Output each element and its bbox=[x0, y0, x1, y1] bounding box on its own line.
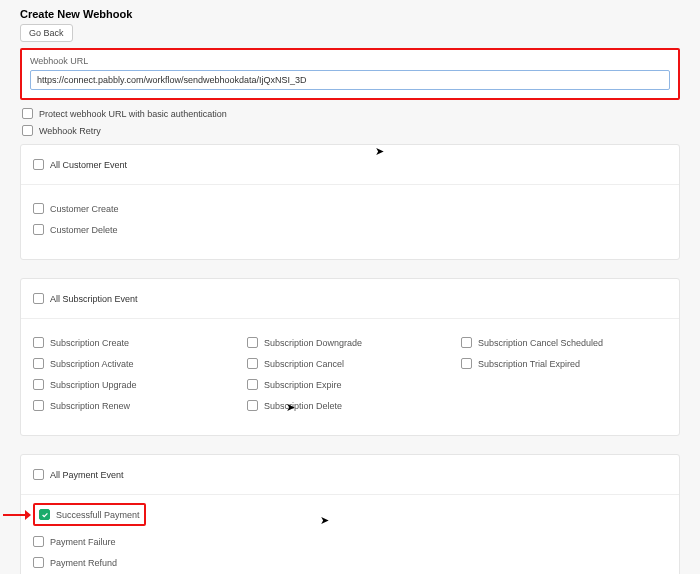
all-subscription-event[interactable]: All Subscription Event bbox=[33, 293, 667, 304]
customer-delete-event[interactable]: Customer Delete bbox=[33, 224, 667, 235]
annotation-highlight: Successfull Payment bbox=[33, 503, 146, 526]
webhook-retry-option[interactable]: Webhook Retry bbox=[22, 125, 680, 136]
checkbox-icon bbox=[33, 379, 44, 390]
checkbox-icon bbox=[247, 379, 258, 390]
webhook-url-label: Webhook URL bbox=[30, 56, 670, 66]
checkbox-icon bbox=[39, 509, 50, 520]
event-label: Subscription Trial Expired bbox=[478, 359, 580, 369]
event-label: Successfull Payment bbox=[56, 510, 140, 520]
checkbox-icon bbox=[247, 358, 258, 369]
webhook-url-input[interactable] bbox=[30, 70, 670, 90]
webhook-url-section: Webhook URL bbox=[20, 48, 680, 100]
checkbox-icon bbox=[22, 108, 33, 119]
protect-url-label: Protect webhook URL with basic authentic… bbox=[39, 109, 227, 119]
subscription-trial-expired-event[interactable]: Subscription Trial Expired bbox=[461, 358, 667, 369]
event-label: Subscription Create bbox=[50, 338, 129, 348]
svg-marker-1 bbox=[25, 510, 31, 520]
event-label: Subscription Cancel bbox=[264, 359, 344, 369]
checkbox-icon bbox=[461, 337, 472, 348]
customer-create-event[interactable]: Customer Create bbox=[33, 203, 667, 214]
checkbox-icon bbox=[33, 536, 44, 547]
payment-failure-event[interactable]: Payment Failure bbox=[33, 536, 667, 547]
event-label: Payment Failure bbox=[50, 537, 116, 547]
all-customer-event-label: All Customer Event bbox=[50, 160, 127, 170]
subscription-cancel-event[interactable]: Subscription Cancel bbox=[247, 358, 453, 369]
checkbox-icon bbox=[33, 224, 44, 235]
webhook-retry-label: Webhook Retry bbox=[39, 126, 101, 136]
subscription-upgrade-event[interactable]: Subscription Upgrade bbox=[33, 379, 239, 390]
event-label: Subscription Delete bbox=[264, 401, 342, 411]
checkbox-icon bbox=[247, 400, 258, 411]
go-back-button[interactable]: Go Back bbox=[20, 24, 73, 42]
all-payment-event[interactable]: All Payment Event bbox=[33, 469, 667, 480]
checkbox-icon bbox=[461, 358, 472, 369]
subscription-cancel-scheduled-event[interactable]: Subscription Cancel Scheduled bbox=[461, 337, 667, 348]
successful-payment-event[interactable]: Successfull Payment bbox=[39, 509, 140, 520]
customer-delete-label: Customer Delete bbox=[50, 225, 118, 235]
event-label: Subscription Cancel Scheduled bbox=[478, 338, 603, 348]
subscription-activate-event[interactable]: Subscription Activate bbox=[33, 358, 239, 369]
customer-events-panel: All Customer Event Customer Create Custo… bbox=[20, 144, 680, 260]
payment-events-panel: All Payment Event Successfull Payment bbox=[20, 454, 680, 574]
subscription-create-event[interactable]: Subscription Create bbox=[33, 337, 239, 348]
checkbox-icon bbox=[247, 337, 258, 348]
all-payment-event-label: All Payment Event bbox=[50, 470, 124, 480]
page-title: Create New Webhook bbox=[20, 8, 680, 20]
checkbox-icon bbox=[33, 469, 44, 480]
event-label: Subscription Activate bbox=[50, 359, 134, 369]
checkbox-icon bbox=[22, 125, 33, 136]
checkbox-icon bbox=[33, 337, 44, 348]
checkbox-icon bbox=[33, 203, 44, 214]
checkbox-icon bbox=[33, 358, 44, 369]
checkbox-icon bbox=[33, 400, 44, 411]
event-label: Subscription Upgrade bbox=[50, 380, 137, 390]
customer-create-label: Customer Create bbox=[50, 204, 119, 214]
all-subscription-event-label: All Subscription Event bbox=[50, 294, 138, 304]
payment-refund-event[interactable]: Payment Refund bbox=[33, 557, 667, 568]
subscription-expire-event[interactable]: Subscription Expire bbox=[247, 379, 453, 390]
subscription-renew-event[interactable]: Subscription Renew bbox=[33, 400, 239, 411]
subscription-downgrade-event[interactable]: Subscription Downgrade bbox=[247, 337, 453, 348]
all-customer-event[interactable]: All Customer Event bbox=[33, 159, 667, 170]
checkbox-icon bbox=[33, 293, 44, 304]
subscription-delete-event[interactable]: Subscription Delete bbox=[247, 400, 453, 411]
subscription-events-panel: All Subscription Event Subscription Crea… bbox=[20, 278, 680, 436]
checkbox-icon bbox=[33, 557, 44, 568]
event-label: Payment Refund bbox=[50, 558, 117, 568]
event-label: Subscription Downgrade bbox=[264, 338, 362, 348]
protect-url-option[interactable]: Protect webhook URL with basic authentic… bbox=[22, 108, 680, 119]
event-label: Subscription Renew bbox=[50, 401, 130, 411]
checkbox-icon bbox=[33, 159, 44, 170]
event-label: Subscription Expire bbox=[264, 380, 342, 390]
annotation-arrow-icon bbox=[3, 509, 31, 521]
